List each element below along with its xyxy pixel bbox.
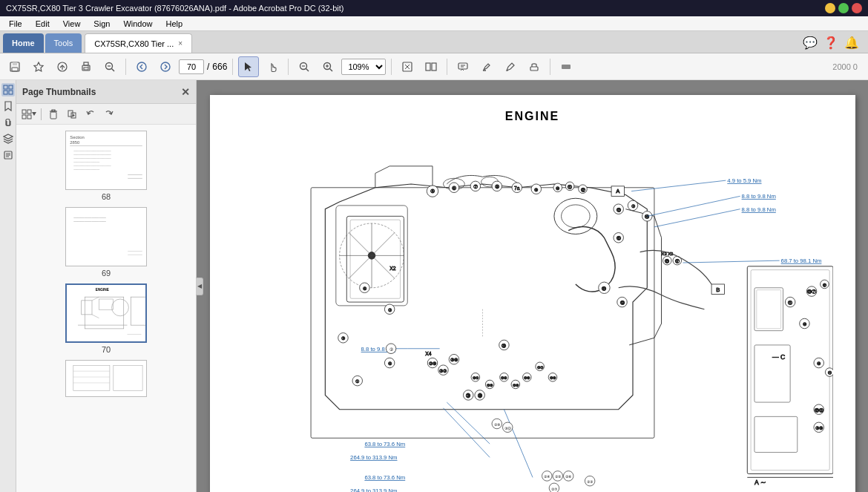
thumbnail-page-69[interactable]: ————————— ————————— 69 (65, 207, 147, 278)
engine-diagram: ⑤ ⑥ ⑦ ⑧ 7a (232, 131, 833, 492)
svg-text:③①: ③① (472, 376, 479, 380)
svg-rect-74 (85, 297, 124, 329)
menu-edit[interactable]: Edit (30, 18, 56, 30)
delete-page-button[interactable] (45, 106, 62, 122)
fit-page-button[interactable] (397, 56, 418, 77)
svg-text:⑨: ⑨ (534, 188, 538, 192)
strip-attachments-icon[interactable] (1, 116, 15, 129)
svg-text:⑩: ⑩ (817, 361, 821, 366)
redact-button[interactable] (556, 56, 576, 77)
menu-window[interactable]: Window (117, 18, 158, 30)
thumbnail-list[interactable]: Section 2850 ————————————— —————————————… (16, 125, 196, 492)
svg-text:⑩: ⑩ (556, 186, 559, 191)
stamp-tool-button[interactable] (524, 56, 545, 77)
svg-text:②⑥: ②⑥ (565, 475, 572, 479)
thumbnail-page-71[interactable] (65, 360, 147, 399)
svg-text:— C: — C (772, 353, 785, 361)
comment-icon[interactable]: 💬 (803, 36, 818, 50)
upload-button[interactable] (52, 56, 73, 77)
minimize-button[interactable] (825, 3, 835, 13)
svg-text:②⑦: ②⑦ (536, 366, 543, 370)
menu-sign[interactable]: Sign (88, 18, 116, 30)
zoom-select[interactable]: 109% 100% 75% 50% 125% 150% (341, 59, 386, 75)
print-button[interactable] (76, 56, 96, 77)
thumbnail-69-num: 69 (102, 269, 111, 278)
pdf-content-area[interactable]: ENGINE (197, 80, 868, 492)
tab-home[interactable]: Home (3, 33, 44, 53)
insert-pages-button[interactable] (64, 106, 80, 122)
highlight-tool-button[interactable] (476, 56, 497, 77)
comment-tool-button[interactable] (453, 56, 473, 77)
svg-text:⑥: ⑥ (451, 186, 456, 191)
svg-text:③⓪: ③⓪ (504, 426, 510, 430)
rotate-ccw-button[interactable] (82, 106, 99, 122)
strip-pages-icon[interactable] (1, 148, 15, 162)
svg-rect-34 (4, 85, 7, 89)
svg-text:②: ② (389, 347, 392, 352)
find-button[interactable] (99, 56, 120, 77)
svg-rect-196 (756, 290, 780, 329)
svg-line-217 (443, 408, 490, 458)
svg-point-111 (553, 198, 596, 234)
svg-rect-195 (754, 288, 783, 331)
thumbnail-page-68[interactable]: Section 2850 ————————————— —————————————… (65, 131, 147, 201)
thumbnail-view-button[interactable] (21, 106, 37, 122)
zoom-in-button[interactable] (318, 56, 338, 77)
prev-page-button[interactable] (131, 56, 152, 77)
menu-help[interactable]: Help (160, 18, 189, 30)
toolbar-separator-1 (125, 59, 126, 75)
strip-thumbnails-icon[interactable] (1, 83, 15, 96)
toolbar-separator-4 (391, 59, 392, 75)
svg-text:A: A (616, 188, 620, 195)
svg-text:8.8 to 9.8 Nm: 8.8 to 9.8 Nm (741, 193, 775, 200)
tab-bar-actions: 💬 ❓ 🔔 (803, 36, 865, 53)
page-number-input[interactable] (179, 59, 204, 74)
svg-text:⑪: ⑪ (827, 370, 831, 375)
svg-rect-32 (530, 67, 538, 70)
svg-point-75 (112, 299, 129, 316)
svg-line-21 (330, 68, 333, 71)
svg-text:②⑨: ②⑨ (429, 361, 436, 366)
svg-text:264.9 to 313.9 Nm: 264.9 to 313.9 Nm (350, 488, 397, 492)
svg-rect-27 (458, 63, 467, 69)
menu-file[interactable]: File (3, 18, 28, 30)
next-page-button[interactable] (155, 56, 176, 77)
svg-text:⑳: ⑳ (502, 344, 506, 348)
svg-text:②: ② (631, 204, 634, 209)
sidebar-collapse-button[interactable]: ◀ (196, 278, 203, 295)
svg-line-215 (447, 402, 490, 444)
svg-line-207 (647, 196, 740, 216)
close-button[interactable] (852, 3, 862, 13)
toolbar-separator-2 (232, 59, 233, 75)
help-icon[interactable]: ❓ (823, 36, 838, 50)
two-page-button[interactable] (421, 56, 441, 77)
notification-icon[interactable]: 🔔 (844, 36, 859, 50)
bookmark-button[interactable] (28, 56, 49, 77)
rotate-cw-button[interactable] (101, 106, 117, 122)
hand-tool-button[interactable] (262, 56, 283, 77)
tab-close-icon[interactable]: × (178, 39, 183, 47)
svg-marker-38 (4, 134, 13, 139)
svg-rect-83 (73, 365, 110, 390)
maximize-button[interactable] (838, 3, 849, 13)
svg-text:㉚: ㉚ (477, 393, 481, 398)
tab-tools[interactable]: Tools (45, 33, 82, 53)
toolbar: / 666 109% 100% 75% 50% 125% 150% (0, 53, 868, 80)
thumbnail-page-70[interactable]: ENGINE (65, 283, 147, 354)
select-tool-button[interactable] (238, 56, 259, 77)
svg-rect-45 (22, 115, 26, 119)
svg-text:—————————: ————————— (73, 220, 106, 223)
zoom-out-button[interactable] (294, 56, 315, 77)
strip-layers-icon[interactable] (1, 132, 15, 145)
svg-marker-47 (32, 112, 36, 116)
tab-document[interactable]: CX75SR,CX80 Tier ... × (85, 33, 192, 53)
save-button[interactable] (4, 56, 25, 77)
menu-view[interactable]: View (57, 18, 87, 30)
svg-rect-79 (99, 299, 114, 309)
sidebar-close-button[interactable]: ✕ (181, 86, 190, 98)
tab-bar: Home Tools CX75SR,CX80 Tier ... × 💬 ❓ 🔔 (0, 31, 868, 53)
svg-line-205 (631, 180, 726, 191)
draw-tool-button[interactable] (500, 56, 521, 77)
svg-rect-37 (9, 91, 13, 94)
strip-bookmarks-icon[interactable] (1, 99, 15, 113)
